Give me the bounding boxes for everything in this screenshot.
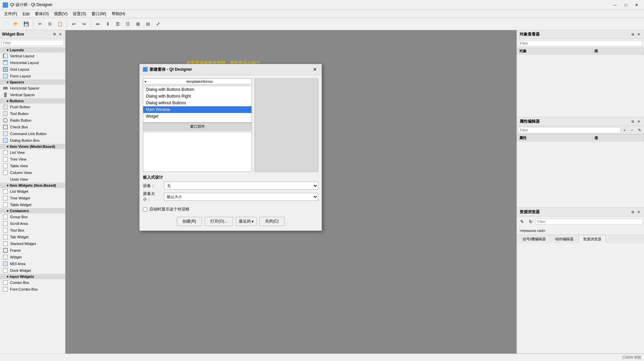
item-stacked-widget[interactable]: Stacked Widget: [0, 240, 65, 247]
vertical-layout-icon: [3, 53, 8, 59]
resource-browser-float-button[interactable]: ⧉: [630, 209, 635, 215]
object-inspector-float-button[interactable]: ⧉: [630, 32, 635, 37]
break-layout-button[interactable]: ⊟: [143, 19, 153, 29]
template-dialog-without-buttons[interactable]: Dialog without Buttons: [143, 100, 252, 106]
template-widget[interactable]: Widget: [143, 113, 252, 120]
item-tool-box[interactable]: Tool Box: [0, 227, 65, 234]
open-button[interactable]: 打开(O)...: [205, 217, 233, 226]
redo-button[interactable]: ↪: [79, 19, 89, 29]
resource-edit-button[interactable]: ✎: [518, 218, 526, 225]
cut-button[interactable]: ✂: [35, 19, 45, 29]
menu-help[interactable]: 帮助(H): [109, 10, 128, 17]
resource-browser-close-button[interactable]: ✕: [636, 209, 641, 215]
item-font-combo-box[interactable]: Font Combo Box: [0, 286, 65, 293]
resource-filter-input[interactable]: [536, 219, 643, 225]
property-filter[interactable]: [518, 127, 621, 133]
resource-root-item[interactable]: <resource root>: [518, 228, 643, 233]
close-button[interactable]: ✕: [632, 1, 641, 9]
item-undo-view[interactable]: Undo View: [0, 176, 65, 183]
menu-window[interactable]: 窗口(W): [89, 10, 109, 17]
align-h-button[interactable]: ⇔: [93, 19, 102, 29]
prop-editor-float-button[interactable]: ⧉: [630, 119, 635, 124]
item-column-view[interactable]: Column View: [0, 169, 65, 176]
create-button[interactable]: 创建(R): [177, 217, 202, 226]
item-mdi-area[interactable]: MDI Area: [0, 260, 65, 267]
item-push-button[interactable]: Push Button: [0, 104, 65, 110]
object-inspector-filter[interactable]: [518, 40, 643, 46]
menu-edit[interactable]: Edit: [20, 11, 32, 17]
widget-box-close-button[interactable]: ✕: [58, 32, 63, 37]
item-dock-widget[interactable]: Dock Widget: [0, 267, 65, 274]
close-dialog-button[interactable]: 关闭(C): [259, 217, 284, 226]
template-main-window[interactable]: Main Window: [143, 106, 252, 113]
item-dialog-button-box[interactable]: Dialog Button Box: [0, 137, 65, 144]
category-item-views[interactable]: Item Views (Model-Based): [0, 144, 65, 149]
prop-add-button[interactable]: +: [621, 127, 628, 133]
item-group-box[interactable]: Group Box: [0, 214, 65, 220]
tab-signal-slot-editor[interactable]: 信号/槽编辑器: [518, 235, 550, 243]
category-containers[interactable]: Containers: [0, 208, 65, 214]
resource-refresh-button[interactable]: ↻: [527, 218, 534, 225]
item-tree-widget[interactable]: Tree Widget: [0, 195, 65, 201]
recent-button[interactable]: 最近的 ▾: [236, 217, 257, 226]
device-select[interactable]: 无: [164, 182, 318, 190]
widget-box-filter[interactable]: [1, 40, 64, 46]
category-buttons[interactable]: Buttons: [0, 98, 65, 104]
item-radio-button[interactable]: Radio Button: [0, 117, 65, 124]
template-list[interactable]: Dialog with Buttons Bottom Dialog with B…: [143, 86, 252, 123]
menu-view[interactable]: 视图(V): [51, 10, 70, 17]
item-form-layout[interactable]: Form Layout: [0, 73, 65, 79]
menu-settings[interactable]: 设置(S): [70, 10, 89, 17]
category-layouts[interactable]: Layouts: [0, 47, 65, 53]
item-table-view[interactable]: Table View: [0, 163, 65, 169]
template-dialog-buttons-bottom[interactable]: Dialog with Buttons Bottom: [143, 86, 252, 93]
prop-remove-button[interactable]: −: [629, 127, 635, 133]
menu-file[interactable]: 文件(F): [1, 10, 20, 17]
item-tool-button[interactable]: Tool Button: [0, 110, 65, 117]
layout-g-button[interactable]: ⊞: [133, 19, 143, 29]
item-table-widget[interactable]: Table Widget: [0, 201, 65, 208]
item-scroll-area[interactable]: Scroll Area: [0, 220, 65, 227]
save-button[interactable]: 💾: [21, 19, 31, 29]
align-v-button[interactable]: ⇕: [103, 19, 112, 29]
undo-button[interactable]: ↩: [69, 19, 78, 29]
item-vertical-layout[interactable]: Vertical Layout: [0, 53, 65, 59]
item-list-view[interactable]: List View: [0, 149, 65, 156]
prop-configure-button[interactable]: ✎: [636, 127, 643, 133]
adjust-size-button[interactable]: ⤢: [153, 19, 163, 29]
item-vertical-spacer[interactable]: Vertical Spacer: [0, 92, 65, 98]
show-dialog-checkbox[interactable]: [143, 207, 147, 212]
widget-box-float-button[interactable]: ⧉: [52, 32, 57, 37]
tab-action-editor[interactable]: 动作编辑器: [551, 235, 578, 243]
item-check-box[interactable]: Check Box: [0, 124, 65, 130]
item-grid-layout[interactable]: Grid Layout: [0, 66, 65, 73]
item-horizontal-layout[interactable]: Horizontal Layout: [0, 59, 65, 66]
paste-button[interactable]: 📋: [55, 19, 65, 29]
item-list-widget[interactable]: List Widget: [0, 188, 65, 195]
item-combo-box[interactable]: Combo Box: [0, 279, 65, 286]
minimize-button[interactable]: ─: [610, 1, 620, 9]
item-tab-widget[interactable]: Tab Widget: [0, 234, 65, 240]
path-back-button[interactable]: ▾: [143, 79, 148, 84]
prop-editor-close-button[interactable]: ✕: [636, 119, 641, 124]
category-item-widgets[interactable]: Item Widgets (Item-Based): [0, 183, 65, 188]
template-dialog-buttons-right[interactable]: Dialog with Buttons Right: [143, 93, 252, 100]
maximize-button[interactable]: □: [621, 1, 631, 9]
layout-h-button[interactable]: ☰: [113, 19, 122, 29]
item-command-link-button[interactable]: Command Link Button: [0, 130, 65, 137]
item-horizontal-spacer[interactable]: Horizontal Spacer: [0, 85, 65, 92]
category-input-widgets[interactable]: Input Widgets: [0, 274, 65, 279]
dialog-close-button[interactable]: ✕: [312, 66, 318, 73]
screen-size-select[interactable]: 默认大小: [164, 193, 318, 201]
object-inspector-close-button[interactable]: ✕: [636, 32, 641, 37]
new-button[interactable]: 📄: [1, 19, 11, 29]
tab-resource-browser[interactable]: 资源浏览器: [579, 235, 606, 243]
copy-button[interactable]: ⎘: [45, 19, 55, 29]
item-tree-view[interactable]: Tree View: [0, 156, 65, 163]
item-widget[interactable]: Widget: [0, 254, 65, 260]
menu-form[interactable]: 窗体(O): [32, 10, 51, 17]
open-button[interactable]: 📂: [11, 19, 21, 29]
category-spacers[interactable]: Spacers: [0, 79, 65, 85]
item-frame[interactable]: Frame: [0, 247, 65, 254]
layout-v-button[interactable]: ☷: [123, 19, 132, 29]
